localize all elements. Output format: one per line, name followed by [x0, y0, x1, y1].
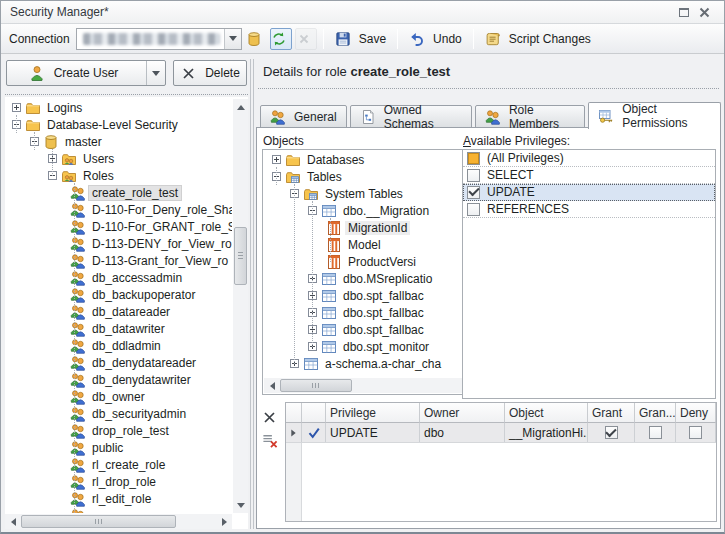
object-item-dbo-msreplicatio[interactable]: dbo.MSreplicatio: [264, 270, 474, 287]
tab-object-permissions[interactable]: Object Permissions: [588, 102, 721, 129]
scroll-left-icon[interactable]: [5, 514, 20, 529]
tree-item-db-denydatareader[interactable]: db_denydatareader: [6, 354, 232, 371]
privilege-item-select[interactable]: SELECT: [463, 167, 715, 184]
tree-item-db-backupoperator[interactable]: db_backupoperator: [6, 286, 232, 303]
tree-item-rl-drop-role[interactable]: rl_drop_role: [6, 473, 232, 490]
privilege-checkbox-references[interactable]: [467, 203, 480, 216]
tree-item-drop-role-test[interactable]: drop_role_test: [6, 422, 232, 439]
tree-item-roles[interactable]: Roles: [6, 167, 232, 184]
tree-item-rl-edit-role[interactable]: rl_edit_role: [6, 490, 232, 507]
tree-item-db-owner[interactable]: db_owner: [6, 388, 232, 405]
object-item-productversi[interactable]: ProductVersi: [264, 253, 474, 270]
expand-plus-icon[interactable]: [272, 155, 281, 164]
grant-checkbox[interactable]: [605, 426, 618, 439]
tree-item-label: create_role_test: [89, 186, 181, 200]
tree-item-rl-create-role[interactable]: rl_create_role: [6, 456, 232, 473]
tree-item-logins[interactable]: Logins: [6, 99, 232, 116]
deny-checkbox[interactable]: [689, 426, 702, 439]
scrollbar-thumb[interactable]: [234, 227, 247, 285]
create-user-button[interactable]: Create User: [6, 60, 166, 86]
scroll-right-icon[interactable]: [217, 514, 232, 529]
grant-with-grant-checkbox[interactable]: [649, 426, 662, 439]
column-header-gran[interactable]: Gran...: [635, 403, 676, 423]
deny-cell[interactable]: [676, 423, 716, 442]
table-icon: [321, 203, 337, 219]
scrollbar-thumb[interactable]: [280, 379, 352, 392]
tab-role-members[interactable]: Role Members: [475, 105, 585, 128]
column-header-privilege[interactable]: Privilege: [326, 403, 420, 423]
object-item-databases[interactable]: Databases: [264, 151, 474, 168]
grant-cell[interactable]: [588, 423, 635, 442]
tree-item-db-datawriter[interactable]: db_datawriter: [6, 320, 232, 337]
object-item-dbo-spt-monitor[interactable]: dbo.spt_monitor: [264, 338, 474, 355]
tree-item-create-role-test[interactable]: create_role_test: [6, 184, 232, 201]
close-icon: [697, 4, 713, 20]
create-user-dropdown-button[interactable]: [146, 61, 165, 85]
delete-permission-button[interactable]: [261, 407, 281, 427]
object-item-dbo-spt-fallbac[interactable]: dbo.spt_fallbac: [264, 321, 474, 338]
save-button[interactable]: Save: [330, 27, 391, 51]
connection-dropdown-button[interactable]: [224, 29, 241, 49]
scroll-left-icon[interactable]: [264, 378, 279, 393]
close-button[interactable]: [697, 4, 715, 20]
column-header-owner[interactable]: Owner: [420, 403, 505, 423]
tree-item-db-accessadmin[interactable]: db_accessadmin: [6, 269, 232, 286]
tree-item-db-denydatawriter[interactable]: db_denydatawriter: [6, 371, 232, 388]
tree-item-db-securityadmin[interactable]: db_securityadmin: [6, 405, 232, 422]
delete-button[interactable]: Delete: [173, 60, 247, 86]
privilege-checkbox-all-privileges[interactable]: [467, 152, 480, 165]
object-item-label: dbo.spt_monitor: [340, 340, 432, 354]
privilege-checkbox-update[interactable]: [467, 186, 480, 199]
privilege-item-references[interactable]: REFERENCES: [463, 201, 715, 218]
permission-row[interactable]: UPDATEdbo__MigrationHi...: [286, 423, 716, 443]
left-panel-separator: [5, 94, 248, 95]
panel-splitter[interactable]: [248, 59, 256, 529]
object-item-dbo-migration[interactable]: dbo.__Migration: [264, 202, 474, 219]
column-header-deny[interactable]: Deny: [676, 403, 716, 423]
privilege-checkbox-select[interactable]: [467, 169, 480, 182]
object-item-label: ProductVersi: [345, 255, 419, 269]
maximize-button[interactable]: [675, 4, 693, 20]
undo-button[interactable]: Undo: [404, 27, 467, 51]
refresh-connection-button[interactable]: [270, 28, 292, 50]
tree-item-db-datareader[interactable]: db_datareader: [6, 303, 232, 320]
object-item-migrationid[interactable]: MigrationId: [264, 219, 474, 236]
privilege-item-all-privileges[interactable]: (All Privileges): [463, 150, 715, 167]
object-item-system-tables[interactable]: System Tables: [264, 185, 474, 202]
connect-database-button[interactable]: [245, 28, 267, 50]
revoke-all-permissions-button[interactable]: [261, 430, 281, 450]
tree-item-db-ddladmin[interactable]: db_ddladmin: [6, 337, 232, 354]
row-selector-cell[interactable]: [286, 423, 302, 442]
connection-combobox[interactable]: [76, 28, 242, 50]
tree-item-d-110-for-deny-role-sha[interactable]: D-110-For_Deny_role_Sha: [6, 201, 232, 218]
object-item-tables[interactable]: Tables: [264, 168, 474, 185]
connection-label: Connection: [9, 32, 70, 46]
tab-owned-schemas[interactable]: Owned Schemas: [350, 105, 472, 128]
tree-item-d-113-grant-for-view-ro[interactable]: D-113-Grant_for_View_ro: [6, 252, 232, 269]
scroll-up-icon[interactable]: [233, 99, 248, 114]
grant-with-grant-cell[interactable]: [635, 423, 676, 442]
tree-item-master[interactable]: master: [6, 133, 232, 150]
privilege-item-update[interactable]: UPDATE: [463, 184, 715, 201]
tree-item-public[interactable]: public: [6, 439, 232, 456]
tree-item-partial[interactable]: [6, 507, 232, 513]
object-item-dbo-spt-fallbac[interactable]: dbo.spt_fallbac: [264, 287, 474, 304]
script-changes-button[interactable]: Script Changes: [480, 27, 596, 51]
object-item-a-schema-a-char-cha[interactable]: a-schema.a-char_cha: [264, 355, 474, 372]
column-header-grant[interactable]: Grant: [588, 403, 635, 423]
objects-horizontal-scrollbar[interactable]: [264, 378, 474, 393]
tree-item-d-110-for-grant-role-s[interactable]: D-110-For_GRANT_role_S: [6, 218, 232, 235]
tree-item-database-level-security[interactable]: Database-Level Security: [6, 116, 232, 133]
object-item-dbo-spt-fallbac[interactable]: dbo.spt_fallbac: [264, 304, 474, 321]
expand-plus-icon[interactable]: [12, 103, 21, 112]
scroll-down-icon[interactable]: [233, 498, 248, 513]
left-tree-vertical-scrollbar[interactable]: [233, 99, 248, 513]
column-header-object[interactable]: Object: [505, 403, 588, 423]
tree-item-users[interactable]: Users: [6, 150, 232, 167]
object-item-model[interactable]: Model: [264, 236, 474, 253]
row-check-cell[interactable]: [302, 423, 326, 442]
left-tree-horizontal-scrollbar[interactable]: [5, 514, 232, 529]
tab-general[interactable]: General: [260, 105, 347, 128]
scrollbar-thumb[interactable]: [21, 515, 176, 528]
tree-item-d-113-deny-for-view-ro[interactable]: D-113-DENY_for_View_ro: [6, 235, 232, 252]
